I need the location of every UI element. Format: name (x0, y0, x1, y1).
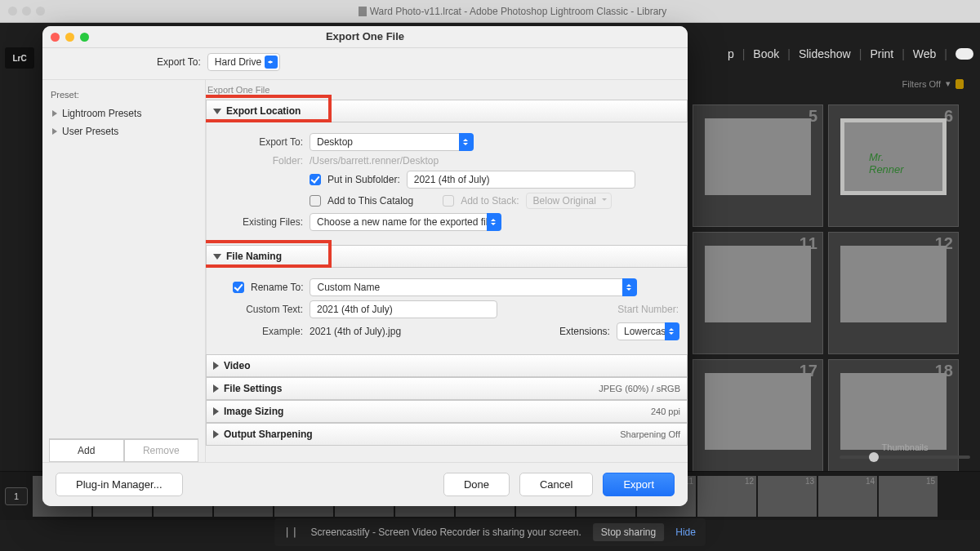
grid-cell[interactable]: 6Mr. Renner (828, 104, 959, 227)
lock-icon[interactable] (956, 79, 964, 89)
add-to-stack-checkbox (443, 195, 454, 207)
screen-share-banner: || Screencastify - Screen Video Recorder… (274, 518, 706, 546)
export-dialog: Export One File Export To: Hard Drive Pr… (42, 26, 688, 506)
triangle-right-icon (213, 430, 219, 438)
section-output-sharpening[interactable]: Output SharpeningSharpening Off (206, 423, 688, 446)
zoom-icon[interactable] (80, 33, 89, 42)
add-to-catalog-label: Add to This Catalog (327, 195, 413, 207)
chevron-up-down-icon (265, 56, 278, 69)
thumbnail-grid[interactable]: 5 6Mr. Renner 11 12 17 18 (693, 104, 970, 482)
library-filter-status[interactable]: Filters Off ▾ (902, 78, 964, 89)
rename-to-checkbox[interactable] (233, 282, 244, 293)
subfolder-input[interactable]: 2021 (4th of July) (407, 171, 635, 189)
filmstrip-thumb[interactable]: 13 (758, 476, 817, 517)
hide-link[interactable]: Hide (675, 527, 696, 538)
stack-position-select: Below Original (526, 193, 612, 209)
grid-cell[interactable]: 12 (828, 232, 959, 354)
export-button[interactable]: Export (603, 473, 675, 496)
done-button[interactable]: Done (443, 473, 510, 496)
put-in-subfolder-label: Put in Subfolder: (327, 174, 400, 185)
field-label: Custom Text: (215, 304, 303, 315)
export-to-label: Export To: (157, 56, 201, 68)
grid-cell[interactable]: 11 (693, 232, 823, 354)
pause-icon[interactable]: || (284, 527, 299, 538)
export-settings-panel: Export One File Export Location Export T… (206, 80, 688, 462)
dialog-title: Export One File (42, 30, 688, 47)
start-number-label: Start Number: (617, 304, 679, 315)
os-traffic-lights[interactable] (0, 7, 45, 16)
triangle-right-icon (213, 384, 219, 393)
cloud-sync-icon[interactable] (956, 48, 973, 60)
extensions-select[interactable]: Lowercase (617, 322, 679, 340)
close-icon[interactable] (51, 33, 60, 42)
stop-sharing-button[interactable]: Stop sharing (593, 523, 664, 541)
cancel-button[interactable]: Cancel (519, 473, 593, 496)
rename-scheme-select[interactable]: Custom Name (310, 278, 636, 296)
minimize-icon[interactable] (65, 33, 74, 42)
os-min-icon[interactable] (22, 7, 31, 16)
rename-to-label: Rename To: (251, 282, 303, 293)
preset-sidebar: Preset: Lightroom Presets User Presets A… (42, 80, 206, 462)
annotation-highlight (206, 96, 330, 121)
put-in-subfolder-checkbox[interactable] (310, 174, 321, 185)
preset-heading: Preset: (51, 90, 197, 100)
field-label: Export To: (215, 136, 303, 148)
share-message: Screencastify - Screen Video Recorder is… (311, 527, 581, 538)
grid-cell[interactable]: 18 (828, 359, 959, 482)
export-to-select[interactable]: Hard Drive (207, 53, 280, 71)
annotation-highlight (206, 242, 330, 266)
section-file-settings[interactable]: File SettingsJPEG (60%) / sRGB (206, 377, 688, 400)
module-picker[interactable]: p| Book| Slideshow| Print| Web| (728, 47, 973, 60)
os-close-icon[interactable] (8, 7, 17, 16)
os-titlebar: Ward Photo-v11.lrcat - Adobe Photoshop L… (0, 0, 980, 23)
example-filename: 2021 (4th of July).jpg (310, 326, 401, 337)
preset-group-lightroom[interactable]: Lightroom Presets (49, 104, 198, 122)
add-to-stack-label: Add to Stack: (461, 195, 519, 207)
remove-preset-button: Remove (124, 439, 199, 462)
module-book[interactable]: Book (753, 47, 779, 60)
thumbnail-size-slider[interactable] (840, 455, 970, 459)
grid-cell[interactable]: 17 (693, 359, 823, 482)
triangle-right-icon (213, 407, 219, 415)
filmstrip-thumb[interactable]: 15 (879, 476, 938, 517)
chevron-down-icon: ▾ (946, 78, 951, 89)
filmstrip-thumb[interactable]: 12 (697, 476, 756, 517)
module-slideshow[interactable]: Slideshow (799, 47, 851, 60)
field-label: Example: (215, 326, 303, 337)
module-web[interactable]: Web (913, 47, 937, 60)
add-to-catalog-checkbox[interactable] (310, 195, 321, 207)
plugin-manager-button[interactable]: Plug-in Manager... (56, 473, 183, 496)
disclosure-icon (52, 128, 57, 135)
field-label: Existing Files: (215, 216, 303, 228)
window-title: Ward Photo-v11.lrcat - Adobe Photoshop L… (45, 6, 980, 17)
grid-cell[interactable]: 5 (693, 104, 823, 227)
chevron-up-down-icon (622, 278, 637, 296)
custom-text-input[interactable]: 2021 (4th of July) (310, 300, 497, 318)
preset-group-user[interactable]: User Presets (49, 122, 198, 140)
os-max-icon[interactable] (36, 7, 45, 16)
thumbnail-size-control: Thumbnails (840, 442, 970, 459)
extensions-label: Extensions: (559, 326, 610, 337)
module-print[interactable]: Print (870, 47, 893, 60)
triangle-right-icon (213, 362, 219, 370)
section-image-sizing[interactable]: Image Sizing240 ppi (206, 400, 688, 423)
filmstrip-thumb[interactable]: 14 (818, 476, 877, 517)
app-badge: LrC (5, 47, 34, 69)
section-video[interactable]: Video (206, 354, 688, 377)
chevron-up-down-icon (459, 133, 474, 151)
field-label: Folder: (215, 155, 303, 167)
filmstrip-count: 1 (5, 487, 28, 505)
existing-files-select[interactable]: Choose a new name for the exported file (310, 213, 501, 231)
export-location-select[interactable]: Desktop (310, 133, 473, 151)
nameplate-text: Mr. Renner (869, 151, 918, 176)
chevron-up-down-icon (487, 213, 501, 231)
add-preset-button[interactable]: Add (49, 439, 124, 462)
folder-path: /Users/barrett.renner/Desktop (310, 155, 439, 167)
disclosure-icon (52, 110, 57, 117)
chevron-up-down-icon (665, 322, 679, 340)
document-icon (359, 7, 367, 16)
module-develop-partial[interactable]: p (728, 47, 734, 60)
